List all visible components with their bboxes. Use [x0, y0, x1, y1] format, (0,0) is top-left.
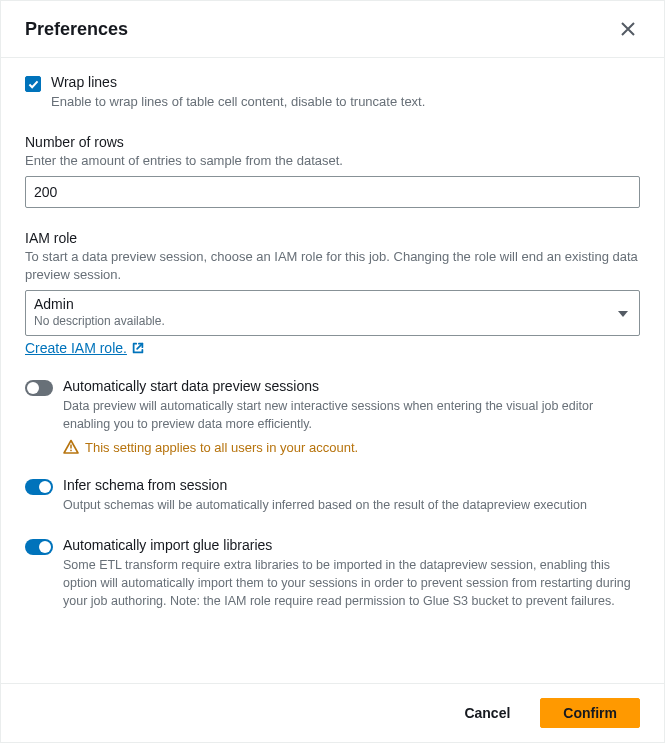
number-of-rows-input[interactable]: [25, 176, 640, 208]
auto-start-label: Automatically start data preview session…: [63, 378, 640, 394]
svg-marker-0: [618, 311, 628, 317]
external-link-icon: [131, 341, 145, 355]
cancel-button[interactable]: Cancel: [454, 699, 520, 727]
iam-role-section: IAM role To start a data preview session…: [25, 230, 640, 356]
iam-role-selected-description: No description available.: [34, 314, 607, 330]
iam-role-selected-value: Admin: [34, 295, 607, 313]
iam-role-label: IAM role: [25, 230, 640, 246]
infer-schema-section: Infer schema from session Output schemas…: [25, 477, 640, 514]
wrap-lines-checkbox[interactable]: [25, 76, 41, 92]
auto-start-toggle[interactable]: [25, 380, 53, 396]
wrap-lines-description: Enable to wrap lines of table cell conte…: [51, 93, 425, 112]
svg-rect-1: [70, 445, 72, 449]
warning-icon: [63, 439, 79, 455]
modal-footer: Cancel Confirm: [1, 683, 664, 742]
preferences-modal: Preferences Wrap lines Enable to wrap li…: [0, 0, 665, 743]
auto-import-section: Automatically import glue libraries Some…: [25, 537, 640, 610]
auto-import-toggle[interactable]: [25, 539, 53, 555]
modal-title: Preferences: [25, 19, 128, 40]
close-button[interactable]: [616, 17, 640, 41]
create-iam-role-link[interactable]: Create IAM role.: [25, 340, 145, 356]
modal-body: Wrap lines Enable to wrap lines of table…: [1, 58, 664, 683]
infer-schema-description: Output schemas will be automatically inf…: [63, 496, 640, 514]
auto-import-description: Some ETL transform require extra librari…: [63, 556, 640, 610]
auto-import-label: Automatically import glue libraries: [63, 537, 640, 553]
number-of-rows-label: Number of rows: [25, 134, 640, 150]
svg-rect-2: [70, 450, 72, 452]
number-of-rows-section: Number of rows Enter the amount of entri…: [25, 134, 640, 208]
wrap-lines-label: Wrap lines: [51, 74, 425, 90]
infer-schema-toggle[interactable]: [25, 479, 53, 495]
iam-role-select[interactable]: Admin No description available.: [25, 290, 640, 336]
auto-start-section: Automatically start data preview session…: [25, 378, 640, 455]
auto-start-warning: This setting applies to all users in you…: [63, 439, 640, 455]
infer-schema-label: Infer schema from session: [63, 477, 640, 493]
auto-start-description: Data preview will automatically start ne…: [63, 397, 640, 433]
iam-role-help: To start a data preview session, choose …: [25, 248, 640, 284]
number-of-rows-help: Enter the amount of entries to sample fr…: [25, 152, 640, 170]
confirm-button[interactable]: Confirm: [540, 698, 640, 728]
close-icon: [620, 21, 636, 37]
caret-down-icon: [617, 305, 629, 321]
wrap-lines-section: Wrap lines Enable to wrap lines of table…: [25, 74, 640, 112]
modal-header: Preferences: [1, 1, 664, 58]
